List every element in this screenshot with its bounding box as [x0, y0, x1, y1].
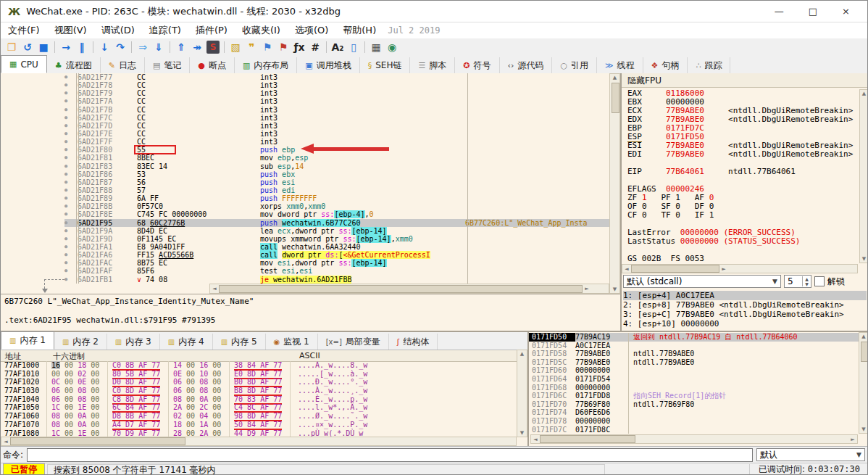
scroll-thumb[interactable] — [631, 265, 719, 273]
globe-icon[interactable]: ◉ — [384, 40, 400, 54]
scroll-up-icon[interactable]: ▲ — [859, 333, 868, 340]
modules-icon[interactable]: ▯ — [346, 40, 362, 54]
stack-row[interactable]: 0171FD640171FD54 — [529, 375, 859, 384]
stack-hscrollbar[interactable]: ◄ ► — [530, 434, 858, 444]
tab-struct[interactable]: ʃ结构体 — [389, 334, 438, 350]
disasm-row[interactable]: ●6AD21F9A8D4D EClea ecx,dword ptr ss:[eb… — [1, 227, 609, 235]
disasm-row[interactable]: ●6AD21F79CCint3 — [1, 89, 609, 97]
disasm-row[interactable]: ●6AD21F78CCint3 — [1, 81, 609, 89]
registers-vscrollbar[interactable]: ▲ ▼ — [859, 89, 868, 263]
disasm-row[interactable]: ●6AD21FA6FF15 ACD5566Bcall dword ptr ds:… — [1, 251, 609, 259]
scroll-thumb[interactable] — [219, 285, 583, 293]
scroll-down-icon[interactable]: ▼ — [859, 426, 868, 433]
ascii-icon[interactable]: A₂ — [330, 40, 346, 54]
tab-script[interactable]: ☰脚本 — [410, 57, 455, 73]
disasm-row[interactable]: ●6AD21F8B0F57C0xorps xmm0,xmm0 — [1, 202, 609, 210]
menu-item[interactable]: 视图(V) — [47, 24, 94, 37]
stack-row[interactable]: 0171FD74D60FE6D6 — [529, 408, 859, 417]
restart-icon[interactable]: ↺ — [20, 40, 36, 54]
register-row[interactable]: EIP 77B64061 ntdll.77B64061 — [627, 168, 858, 176]
disasm-row[interactable]: ●6AD21F818BECmov ebp,esp — [1, 154, 609, 162]
comment-icon[interactable]: ❞ — [243, 40, 259, 54]
run-to-user-code-icon[interactable]: ↠ — [189, 40, 205, 54]
col-ascii[interactable]: ASCII — [299, 351, 320, 360]
tab-references[interactable]: ○引用 — [552, 57, 597, 73]
disasm-row[interactable]: ●6AD21F7ACCint3 — [1, 97, 609, 105]
scroll-down-icon[interactable]: ▼ — [860, 255, 868, 263]
call-argument-row[interactable]: 4: [esp+10] 00000000 — [623, 319, 867, 329]
menu-item[interactable]: 文件(F) — [1, 24, 47, 37]
tab-cpu[interactable]: ▦CPU — [1, 55, 47, 73]
scroll-down-icon[interactable]: ▼ — [518, 429, 527, 437]
disasm-row[interactable]: ●6AD21F7DCCint3 — [1, 122, 609, 130]
disasm-vscrollbar[interactable]: ▲ ▼ — [609, 73, 620, 294]
run-to-cursor-icon[interactable]: ⇒ — [135, 40, 151, 54]
stack-row[interactable]: 0171FD7C0171FD8C — [529, 426, 859, 434]
call-argument-row[interactable]: 2: [esp+8] 77B9ABE0 <ntdll.DbgUiRemoteBr… — [623, 300, 867, 310]
dump-row[interactable]: 77AF104006 00 08 00C8 8D AF 7708 00 0A 0… — [1, 395, 517, 404]
hide-fpu-button[interactable]: 隐藏FPU — [622, 73, 868, 88]
menu-item[interactable]: 插件(P) — [188, 24, 235, 37]
argument-count-stepper[interactable]: 5 ▲▼ — [784, 275, 811, 288]
call-argument-row[interactable]: 1: [esp+4] A0C17EEA — [623, 291, 867, 300]
scroll-down-icon[interactable]: ▼ — [611, 286, 619, 293]
menu-item[interactable]: 帮助(H) — [335, 24, 383, 37]
tab-notes[interactable]: ▤笔记 — [145, 57, 190, 73]
step-into-icon[interactable]: ↓ — [96, 40, 112, 54]
disasm-row[interactable]: ●6AD21F9568 60C2776Bpush wechatwin.6B77C… — [1, 219, 609, 227]
tab-memory-map[interactable]: ▥内存布局 — [235, 57, 297, 73]
tab-log[interactable]: ✎日志 — [101, 57, 145, 73]
checkbox-icon[interactable] — [814, 276, 825, 286]
unlock-checkbox[interactable]: 解锁 — [814, 276, 845, 288]
patch-icon[interactable]: ▧ — [228, 40, 243, 54]
disasm-row[interactable]: ●6AD21F8653push ebx — [1, 170, 609, 178]
tab-source[interactable]: ‹›源代码 — [500, 57, 553, 73]
scroll-left-icon[interactable]: ◄ — [210, 285, 219, 292]
label-icon[interactable]: ⚑ — [259, 40, 275, 54]
stack-row[interactable]: 0171FD6800000000 — [529, 384, 859, 392]
tab-threads[interactable]: ≫线程 — [597, 57, 643, 73]
tab-breakpoints[interactable]: ●断点 — [190, 57, 235, 73]
scroll-thumb[interactable] — [540, 435, 635, 443]
dump-hscrollbar[interactable]: ◄ — [1, 437, 517, 446]
disasm-hscrollbar[interactable]: ◄ ► — [209, 284, 609, 294]
disasm-row[interactable]: ●6AD21F8857push edi — [1, 186, 609, 194]
tab-call-stack[interactable]: ▣调用堆栈 — [297, 57, 359, 73]
scroll-right-icon[interactable]: ► — [583, 285, 591, 292]
dump-row[interactable]: 77AF101000 00 02 0080 5B AF 770E 00 10 0… — [1, 370, 517, 379]
disasm-row[interactable]: ●6AD21FB1∨ 74 08je wechatwin.6AD21FBB — [1, 276, 609, 284]
dump-row[interactable]: 77AF10501C 00 1E 006C 84 AF 772A 00 2C 0… — [1, 403, 517, 412]
scroll-right-icon[interactable]: ► — [719, 265, 728, 273]
dump-row[interactable]: 77AF10801C 00 1E 0070 D9 AF 7728 00 2A 0… — [1, 429, 517, 437]
tab-watch-1[interactable]: ◉监视 1 — [266, 334, 318, 350]
dump-row[interactable]: 77AF106008 00 0A 00D8 8B AF 7702 00 04 0… — [1, 412, 517, 421]
tab-symbols[interactable]: ✪符号 — [455, 57, 499, 73]
scroll-left-icon[interactable]: ◄ — [531, 436, 540, 443]
tab-locals[interactable]: [x=]局部变量 — [318, 334, 389, 350]
scroll-thumb[interactable] — [10, 437, 185, 445]
hash-icon[interactable]: # — [307, 40, 323, 54]
disasm-row[interactable]: ●6AD21F7ECCint3 — [1, 130, 609, 138]
dump-row[interactable]: 77AF100016 00 18 00C0 8B AF 7714 00 16 0… — [1, 361, 517, 370]
stack-row[interactable]: 0171FD6000000000 — [529, 366, 859, 375]
disasm-row[interactable]: ●6AD21FA1E8 9A04D1FFcall wechatwin.6AA32… — [1, 243, 609, 251]
register-row[interactable]: GS 002B FS 0053 — [627, 255, 858, 263]
function-icon[interactable]: ƒx — [291, 40, 307, 54]
call-argument-row[interactable]: 3: [esp+C] 77B9ABE0 <ntdll.DbgUiRemoteBr… — [623, 310, 867, 319]
stack-row[interactable]: 0171FD54A0C17EEA — [529, 342, 859, 350]
disasm-row[interactable]: ●6AD21F7CCCint3 — [1, 114, 609, 122]
register-row[interactable]: EDI 77B9ABE0 <ntdll.DbgUiRemoteBreakin> — [627, 150, 858, 159]
scroll-up-icon[interactable]: ▲ — [518, 350, 527, 358]
open-file-icon[interactable]: ❐ — [4, 40, 20, 54]
disasm-row[interactable]: ●6AD21FAC8B75 ECmov esi,dword ptr ss:[eb… — [1, 259, 609, 267]
scroll-up-icon[interactable]: ▲ — [860, 90, 868, 97]
tab-dump-1[interactable]: ▥内存 1 — [1, 331, 54, 350]
stack-row[interactable]: 0171FD5077B9AC19返回到 ntdll.77B9AC19 自 ntd… — [529, 333, 859, 342]
minimize-button[interactable]: — — [775, 6, 784, 17]
menu-item[interactable]: 调试(D) — [94, 24, 142, 37]
command-input[interactable] — [27, 448, 753, 462]
menu-item[interactable]: 收藏夹(I) — [235, 24, 288, 37]
stack-row[interactable]: 0171FD7800000000 — [529, 417, 859, 426]
calculator-icon[interactable]: ▦ — [368, 40, 384, 54]
calling-convention-select[interactable]: 默认 (stdcall)▼ — [623, 275, 781, 288]
